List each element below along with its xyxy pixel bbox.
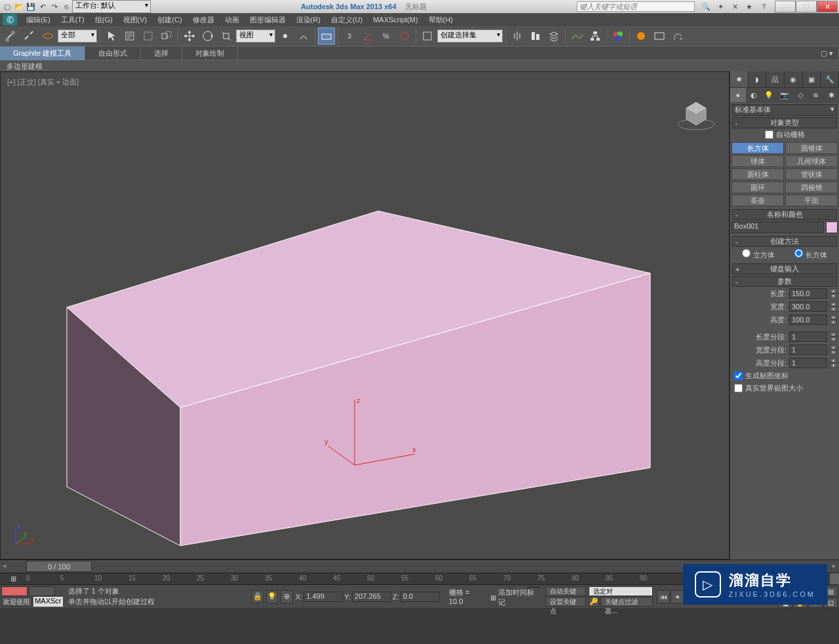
auto-key-button[interactable]: 自动关键点 [545,586,586,596]
spacewarps-subtab-icon[interactable]: ≋ [808,88,824,102]
hsegs-spinner[interactable]: 1 [789,358,827,368]
menu-rendering[interactable]: 渲染(R) [291,14,326,26]
transform-type-icon[interactable]: ⊕ [281,590,292,603]
trackbar-toggle-icon[interactable] [830,573,839,584]
primitive-plane-button[interactable]: 平面 [785,195,838,206]
menu-group[interactable]: 组(G) [90,14,118,26]
creation-box-radio[interactable]: 长方体 [794,249,827,260]
percent-snap-icon[interactable]: % [378,28,395,45]
angle-snap-icon[interactable] [359,28,376,45]
minimize-button[interactable]: — [775,1,796,12]
select-rotate-icon[interactable] [199,28,216,45]
viewcube[interactable] [676,92,716,131]
keyboard-entry-rollout-header[interactable]: +键盘输入 [732,263,837,275]
menu-create[interactable]: 创建(C) [152,14,187,26]
mirror-icon[interactable] [509,28,526,45]
real-world-checkbox[interactable] [734,384,743,392]
utilities-tab-icon[interactable]: 🔧 [821,71,839,87]
goto-start-icon[interactable]: ⏮ [657,590,670,603]
close-button[interactable]: ✕ [817,1,838,12]
selection-filter-dropdown[interactable]: 全部 [58,29,97,43]
length-spinner-arrows[interactable]: ▲▼ [830,288,837,299]
selected-dropdown[interactable]: 选定对 [589,586,653,596]
menu-animation[interactable]: 动画 [220,14,244,26]
lsegs-spinner[interactable]: 1 [789,331,827,342]
ribbon-tab-graphite[interactable]: Graphite 建模工具 [0,47,85,60]
isolate-selection-icon[interactable]: 💡 [266,590,278,603]
ribbon-tab-selection[interactable]: 选择 [141,47,182,60]
rendered-frame-icon[interactable] [651,28,668,45]
render-production-icon[interactable] [669,28,686,45]
named-selection-edit-icon[interactable] [419,28,436,45]
key-filters-button[interactable]: 关键点过滤器... [600,597,653,607]
x-coord-input[interactable]: 1.499 [303,592,343,602]
menu-tools[interactable]: 工具(T) [56,14,90,26]
create-tab-icon[interactable]: ✹ [730,71,749,87]
subscription-icon[interactable]: ✦ [714,1,726,12]
height-spinner[interactable]: 100.0 [789,314,827,325]
menu-edit[interactable]: 编辑(E) [21,14,56,26]
select-object-icon[interactable] [103,28,120,45]
menu-maxscript[interactable]: MAXScript(M) [368,14,423,25]
app-menu-icon[interactable]: Ⓔ [3,14,17,26]
ribbon-tab-paint[interactable]: 对象绘制 [182,47,238,60]
object-type-rollout-header[interactable]: -对象类型 [732,117,837,128]
help-icon[interactable]: ? [758,1,770,12]
primitive-sphere-button[interactable]: 球体 [732,155,784,167]
favorites-icon[interactable]: ★ [743,1,755,12]
lsegs-spinner-arrows[interactable]: ▲▼ [830,331,837,342]
qat-open-icon[interactable]: 📂 [14,1,24,12]
qat-save-icon[interactable]: 💾 [26,1,36,12]
select-scale-icon[interactable] [218,28,235,45]
keyboard-shortcut-toggle-icon[interactable] [318,28,335,45]
autogrid-checkbox[interactable] [765,130,773,139]
width-spinner[interactable]: 300.0 [789,301,827,312]
object-color-swatch[interactable] [826,221,838,233]
help-search-input[interactable] [577,1,695,12]
layers-icon[interactable] [545,28,562,45]
unlink-icon[interactable] [21,28,38,45]
bind-spacewarp-icon[interactable] [39,28,56,45]
length-spinner[interactable]: 150.0 [789,288,827,299]
hsegs-spinner-arrows[interactable]: ▲▼ [830,358,837,368]
creation-cube-radio[interactable]: 立方体 [742,249,774,260]
rectangular-region-icon[interactable] [140,28,157,45]
gen-map-checkbox[interactable] [734,371,743,380]
ribbon-collapse-icon[interactable]: ▢ ▾ [815,47,839,60]
maximize-button[interactable]: ☐ [796,1,817,12]
exchange-icon[interactable]: ✕ [729,1,741,12]
named-selection-dropdown[interactable]: 创建选择集 [437,29,503,43]
qat-link-icon[interactable]: ⎋ [61,1,71,12]
hierarchy-tab-icon[interactable]: 品 [766,71,785,87]
set-key-icon[interactable]: 🔑 [589,597,599,607]
time-tag-icon[interactable]: ⊞ [490,594,496,602]
viewport[interactable]: [+] [正交] [真实 + 边面] z x y z [0,71,730,559]
window-crossing-icon[interactable] [158,28,175,45]
primitive-cylinder-button[interactable]: 圆柱体 [732,168,784,180]
trackbar-menu-icon[interactable]: ⊞ [0,573,26,584]
time-slider[interactable]: 0 / 100 [26,561,92,572]
workspace-dropdown[interactable]: 工作台: 默认 [72,0,151,13]
ribbon-tab-freeform[interactable]: 自由形式 [85,47,141,60]
select-by-name-icon[interactable] [121,28,138,45]
set-key-button[interactable]: 设置关键点 [545,597,586,607]
spinner-snap-icon[interactable] [396,28,413,45]
menu-help[interactable]: 帮助(H) [423,14,458,26]
systems-subtab-icon[interactable]: ✱ [823,88,839,102]
prev-frame-icon[interactable]: ◂ [671,590,684,603]
display-tab-icon[interactable]: ▣ [803,71,821,87]
motion-tab-icon[interactable]: ◉ [785,71,803,87]
curve-editor-icon[interactable] [568,28,585,45]
primitive-cone-button[interactable]: 圆锥体 [785,142,838,154]
primitive-geosphere-button[interactable]: 几何球体 [785,155,838,167]
qat-new-icon[interactable]: ▢ [2,1,12,12]
render-setup-icon[interactable] [633,28,650,45]
object-name-input[interactable]: Box001 [732,221,824,233]
maxscript-listener[interactable]: MAXScr [33,597,62,607]
ref-coord-dropdown[interactable]: 视图 [236,29,275,43]
menu-grapheditors[interactable]: 图形编辑器 [244,14,291,26]
primitive-teapot-button[interactable]: 茶壶 [732,195,784,206]
z-coord-input[interactable]: 0.0 [400,592,440,602]
primitive-tube-button[interactable]: 管状体 [785,168,838,180]
name-color-rollout-header[interactable]: -名称和颜色 [732,209,837,220]
